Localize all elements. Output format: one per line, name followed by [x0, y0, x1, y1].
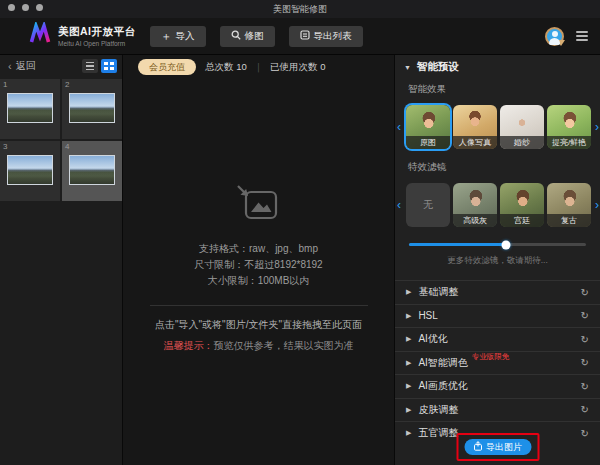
vip-badge-icon — [557, 40, 565, 46]
reset-icon[interactable]: ↻ — [581, 287, 589, 298]
scroll-left-icon[interactable]: ‹ — [397, 120, 401, 134]
effect-wedding[interactable]: 婚纱 — [500, 105, 544, 149]
user-avatar[interactable] — [545, 27, 564, 46]
smart-effects-label: 智能效果 — [408, 83, 600, 96]
chevron-right-icon: ▶ — [406, 288, 411, 296]
effect-brighten[interactable]: 提亮/鲜艳 — [547, 105, 591, 149]
minimize-button[interactable] — [22, 4, 29, 11]
chevron-left-icon: ‹ — [8, 60, 12, 72]
section-ai-quality[interactable]: ▶ AI画质优化 ↻ — [395, 374, 600, 398]
chevron-right-icon: ▶ — [406, 359, 411, 367]
smart-effects-row: ‹ 原图 人像写真 婚纱 提亮/鲜艳 › — [395, 103, 600, 151]
image-thumbnail-4[interactable]: 4 — [62, 141, 122, 201]
red-highlight-box: 导出图片 — [456, 433, 539, 461]
smart-preset-header[interactable]: ▼ 智能预设 — [395, 55, 600, 79]
reset-icon[interactable]: ↻ — [581, 334, 589, 345]
member-recharge-button[interactable]: 会员充值 — [138, 59, 196, 75]
adjustment-panel: ▼ 智能预设 智能效果 ‹ 原图 人像写真 婚纱 提亮/鲜艳 › — [394, 55, 600, 465]
section-ai-optimize[interactable]: ▶ AI优化 ↻ — [395, 327, 600, 351]
chevron-right-icon: ▶ — [406, 335, 411, 343]
workspace: 会员充值 总次数 10 ｜ 已使用次数 0 支持格式：raw、jpg、bmp — [123, 55, 394, 465]
export-image-button[interactable]: 导出图片 — [464, 439, 531, 455]
scroll-right-icon[interactable]: › — [595, 120, 599, 134]
warm-tip: 温馨提示：预览仅供参考，结果以实图为准 — [123, 339, 394, 353]
filters-label: 特效滤镜 — [408, 161, 600, 174]
effect-portrait[interactable]: 人像写真 — [453, 105, 497, 149]
list-view-button[interactable] — [82, 59, 98, 73]
import-button[interactable]: ＋ 导入 — [150, 26, 206, 47]
adjustment-sections: ▶ 基础调整 ↻ ▶ HSL ↻ ▶ AI优化 ↻ ▶ AI智能调色专业版限免 — [395, 280, 600, 445]
image-dropzone[interactable]: 支持格式：raw、jpg、bmp 尺寸限制：不超过8192*8192 大小限制：… — [123, 185, 394, 353]
grid-view-button[interactable] — [101, 59, 117, 73]
filter-court[interactable]: 宫廷 — [500, 183, 544, 227]
thumbnail-grid: 1 2 3 4 — [0, 79, 122, 201]
app-header: 美图AI开放平台 Meitu AI Open Platform ＋ 导入 修图 … — [0, 18, 600, 55]
list-icon — [86, 62, 94, 70]
chevron-right-icon: ▶ — [406, 429, 411, 437]
filter-advanced-gray[interactable]: 高级灰 — [453, 183, 497, 227]
filter-slider-fill — [409, 243, 506, 246]
divider — [150, 305, 368, 306]
brand-subtitle: Meitu AI Open Platform — [58, 40, 136, 47]
window-title: 美图智能修图 — [0, 0, 600, 18]
section-skin-adjust[interactable]: ▶ 皮肤调整 ↻ — [395, 398, 600, 422]
more-filters-note: 更多特效滤镜，敬请期待... — [395, 255, 600, 267]
reset-icon[interactable]: ↻ — [581, 428, 589, 439]
group-photo — [69, 155, 115, 185]
export-icon — [473, 441, 482, 453]
filter-slider-handle[interactable] — [502, 240, 511, 249]
filesize-limit: 大小限制：100MB以内 — [123, 273, 394, 289]
list-box-icon — [300, 30, 310, 42]
reset-icon[interactable]: ↻ — [581, 310, 589, 321]
scroll-left-icon[interactable]: ‹ — [397, 198, 401, 212]
reset-icon[interactable]: ↻ — [581, 357, 589, 368]
section-basic-adjust[interactable]: ▶ 基础调整 ↻ — [395, 280, 600, 304]
import-hint: 点击"导入"或将"图片/文件夹"直接拖拽至此页面 — [123, 318, 394, 332]
filter-retro[interactable]: 复古 — [547, 183, 591, 227]
pro-free-badge: 专业版限免 — [472, 352, 510, 362]
image-thumbnail-3[interactable]: 3 — [0, 141, 60, 201]
section-hsl[interactable]: ▶ HSL ↻ — [395, 304, 600, 328]
filters-row: ‹ 无 高级灰 宫廷 复古 › — [395, 181, 600, 229]
effect-original[interactable]: 原图 — [406, 105, 450, 149]
brand-name: 美图AI开放平台 — [58, 25, 136, 39]
image-thumbnail-2[interactable]: 2 — [62, 79, 122, 139]
app-window: 美图智能修图 美图AI开放平台 Meitu AI Open Platform ＋… — [0, 0, 600, 465]
image-list-sidebar: ‹ 返回 1 2 — [0, 55, 123, 465]
retouch-button[interactable]: 修图 — [220, 26, 275, 47]
meitu-logo-icon — [28, 22, 52, 50]
chevron-right-icon: ▶ — [406, 382, 411, 390]
used-count: 已使用次数 0 — [270, 61, 325, 74]
chevron-right-icon: ▶ — [406, 312, 411, 320]
close-button[interactable] — [8, 4, 15, 11]
supported-formats: 支持格式：raw、jpg、bmp — [123, 241, 394, 257]
chevron-down-icon: ▼ — [404, 64, 411, 71]
total-count: 总次数 10 — [205, 61, 247, 74]
dimension-limit: 尺寸限制：不超过8192*8192 — [123, 257, 394, 273]
brand: 美图AI开放平台 Meitu AI Open Platform — [28, 22, 136, 50]
grid-icon — [104, 62, 114, 71]
back-button[interactable]: ‹ 返回 — [8, 59, 36, 73]
reset-icon[interactable]: ↻ — [581, 381, 589, 392]
export-list-button[interactable]: 导出列表 — [289, 26, 363, 47]
plus-icon: ＋ — [161, 31, 172, 42]
filter-intensity-slider[interactable] — [409, 243, 586, 246]
group-photo — [7, 155, 53, 185]
magnifier-icon — [231, 30, 241, 42]
section-ai-color[interactable]: ▶ AI智能调色专业版限免 ↻ — [395, 351, 600, 375]
image-thumbnail-1[interactable]: 1 — [0, 79, 60, 139]
filter-none[interactable]: 无 — [406, 183, 450, 227]
zoom-button[interactable] — [36, 4, 43, 11]
scroll-right-icon[interactable]: › — [595, 198, 599, 212]
image-import-icon — [123, 185, 394, 227]
traffic-lights — [8, 4, 43, 11]
reset-icon[interactable]: ↻ — [581, 404, 589, 415]
menu-icon[interactable] — [576, 31, 588, 41]
titlebar: 美图智能修图 — [0, 0, 600, 18]
chevron-right-icon: ▶ — [406, 406, 411, 414]
group-photo — [69, 93, 115, 123]
group-photo — [7, 93, 53, 123]
